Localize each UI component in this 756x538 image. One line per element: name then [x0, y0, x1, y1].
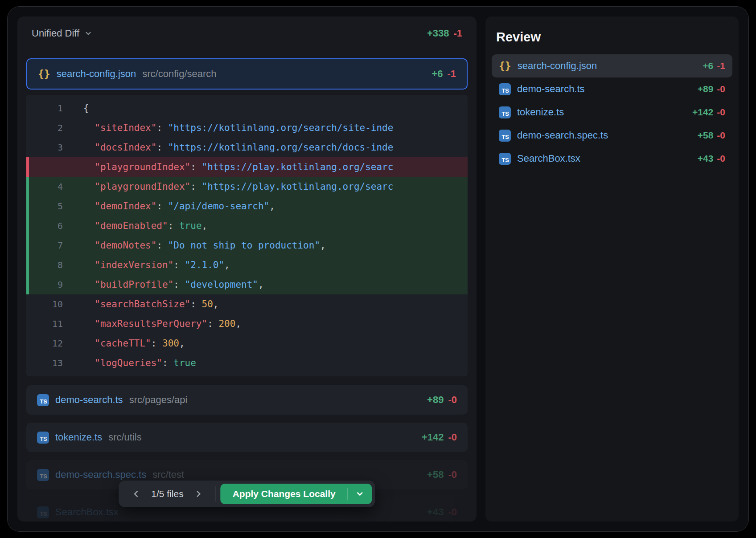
chevron-down-icon: [356, 489, 365, 498]
file-removed: -0: [448, 506, 457, 518]
code-text: "playgroundIndex": "https://play.kotlinl…: [83, 181, 468, 192]
diff-code-block: 1{2 "siteIndex": "https://kotlinlang.org…: [26, 95, 468, 376]
diff-line: 4 "playgroundIndex": "https://play.kotli…: [26, 177, 468, 196]
code-text: "docsIndex": "https://kotlinlang.org/sea…: [83, 142, 468, 153]
file-removed: -0: [717, 84, 725, 94]
code-text: "demoNotes": "Do not ship to production"…: [83, 240, 468, 251]
file-diff-stats: +89-0: [427, 394, 457, 406]
file-removed: -1: [717, 61, 725, 71]
file-pager-label: 1/5 files: [148, 489, 187, 499]
file-info: {}search-config.json: [499, 60, 597, 72]
review-file-item[interactable]: TSdemo-search.ts+89-0: [492, 77, 732, 101]
file-removed: -0: [448, 432, 457, 443]
review-file-item[interactable]: TStokenize.ts+142-0: [492, 101, 732, 124]
next-file-button[interactable]: [189, 484, 209, 504]
typescript-icon: TS: [499, 130, 511, 142]
file-path: src/test: [152, 469, 184, 481]
line-number: 4: [26, 181, 83, 192]
total-diff-stats: +338 -1: [427, 28, 462, 39]
diff-line: 11 "maxResultsPerQuery": 200,: [26, 314, 468, 334]
diff-line: 5 "demoIndex": "/api/demo-search",: [26, 196, 468, 216]
file-row[interactable]: TSdemo-search.tssrc/pages/api+89-0: [26, 385, 468, 415]
file-added: +58: [427, 469, 444, 481]
file-pager: 1/5 files: [122, 484, 213, 504]
typescript-icon: TS: [499, 106, 511, 118]
file-name: SearchBox.tsx: [55, 506, 119, 518]
file-removed: -0: [717, 153, 725, 164]
apply-options-dropdown[interactable]: [348, 484, 372, 504]
line-number: 9: [26, 279, 83, 290]
line-number: 2: [26, 122, 83, 133]
diff-panel: Unified Diff +338 -1 {} search-config.js…: [17, 16, 477, 522]
file-name: demo-search.spec.ts: [55, 469, 146, 481]
code-text: "cacheTTL": 300,: [83, 338, 468, 349]
total-added: +338: [427, 28, 449, 39]
file-row[interactable]: TStokenize.tssrc/utils+142-0: [26, 423, 468, 452]
file-removed: -0: [717, 107, 725, 118]
file-info: TSdemo-search.spec.ts: [499, 130, 608, 142]
file-diff-stats: +89-0: [698, 84, 725, 94]
typescript-icon: TS: [37, 394, 49, 406]
code-text: {: [83, 103, 468, 114]
file-name: demo-search.spec.ts: [517, 130, 608, 141]
diff-line: 13 "logQueries": true: [26, 353, 468, 373]
line-number: 10: [26, 299, 83, 310]
file-added: +89: [427, 394, 444, 406]
file-diff-stats: +142-0: [422, 432, 457, 443]
diff-line: 8 "indexVersion": "2.1.0",: [26, 255, 468, 275]
code-text: "buildProfile": "development",: [83, 279, 468, 290]
file-info: TSdemo-search.spec.tssrc/test: [37, 469, 184, 481]
review-file-list: {}search-config.json+6-1TSdemo-search.ts…: [492, 54, 732, 170]
line-number: 3: [26, 142, 83, 153]
file-diff-stats: +43-0: [427, 506, 457, 518]
apply-changes-button[interactable]: Apply Changes Locally: [221, 484, 348, 504]
chevron-left-icon: [131, 489, 140, 498]
typescript-icon: TS: [499, 153, 511, 165]
typescript-icon: TS: [37, 432, 49, 444]
file-info: TSdemo-search.ts: [499, 83, 585, 95]
diff-line: 10 "searchBatchSize": 50,: [26, 294, 468, 314]
file-path: src/utils: [108, 432, 142, 443]
typescript-icon: TS: [37, 469, 49, 481]
file-removed: -0: [717, 130, 725, 141]
action-bar-divider: [216, 486, 216, 501]
file-name: search-config.json: [518, 60, 597, 72]
diff-line: 1{: [26, 98, 468, 118]
code-text: "playgroundIndex": "https://play.kotlinl…: [83, 162, 468, 172]
code-text: "siteIndex": "https://kotlinlang.org/sea…: [83, 122, 468, 133]
file-added: +142: [422, 432, 444, 443]
typescript-icon: TS: [37, 506, 49, 518]
file-added: +43: [698, 153, 714, 164]
code-text: "searchBatchSize": 50,: [83, 299, 468, 310]
file-diff-stats: +58-0: [698, 130, 725, 141]
selected-file-info: {} search-config.json src/config/search: [38, 68, 217, 80]
apply-changes-button-group: Apply Changes Locally: [221, 484, 372, 504]
line-number: 12: [26, 338, 83, 349]
review-title: Review: [496, 30, 728, 45]
file-info: TSSearchBox.tsx: [499, 153, 580, 165]
file-removed: -1: [447, 68, 456, 80]
file-info: TSdemo-search.tssrc/pages/api: [37, 394, 187, 406]
line-number: 1: [26, 103, 83, 114]
code-text: "demoIndex": "/api/demo-search",: [83, 201, 468, 212]
review-file-item[interactable]: TSSearchBox.tsx+43-0: [492, 147, 732, 170]
file-added: +89: [698, 84, 714, 94]
diff-line: "playgroundIndex": "https://play.kotlinl…: [26, 157, 468, 177]
diff-line: 12 "cacheTTL": 300,: [26, 334, 468, 353]
chevron-right-icon: [194, 489, 203, 498]
json-braces-icon: {}: [38, 68, 50, 80]
file-added: +142: [692, 107, 713, 118]
action-bar: 1/5 files Apply Changes Locally: [119, 481, 375, 507]
file-name: SearchBox.tsx: [517, 153, 580, 164]
prev-file-button[interactable]: [126, 484, 146, 504]
file-added: +6: [703, 61, 713, 71]
selected-file-card[interactable]: {} search-config.json src/config/search …: [26, 58, 468, 90]
line-number: 5: [26, 201, 83, 212]
review-panel: Review {}search-config.json+6-1TSdemo-se…: [485, 16, 739, 522]
review-file-item[interactable]: {}search-config.json+6-1: [492, 54, 732, 77]
file-name: tokenize.ts: [517, 106, 564, 118]
chevron-down-icon: [84, 29, 92, 37]
view-mode-dropdown[interactable]: Unified Diff: [32, 28, 92, 39]
file-name: search-config.json: [57, 68, 136, 80]
review-file-item[interactable]: TSdemo-search.spec.ts+58-0: [492, 124, 732, 147]
